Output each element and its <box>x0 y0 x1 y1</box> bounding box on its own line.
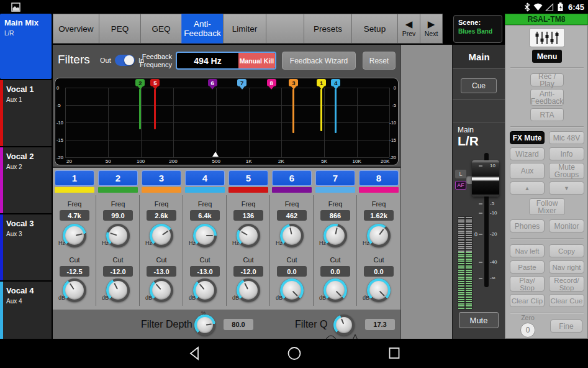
battery-charging-icon <box>556 2 564 12</box>
clear-clip-button[interactable]: Clear Clip <box>510 294 545 307</box>
feedback-wizard-button[interactable]: Feedback Wizard <box>282 52 356 70</box>
filter-4-select-button[interactable]: 4 <box>185 170 225 186</box>
filter-1-marker-pointer <box>319 86 324 90</box>
nav-right-button[interactable]: Nav right <box>549 260 584 274</box>
fx-mute-button[interactable]: FX Mute <box>510 131 545 144</box>
filter-depth-knob[interactable] <box>194 315 215 336</box>
feedback-frequency-value: 494 Hz <box>177 53 238 68</box>
mixer-view-button[interactable] <box>529 28 565 47</box>
filter-7-cut-knob[interactable] <box>323 278 347 302</box>
home-icon[interactable] <box>287 346 302 361</box>
feedback-filter-graph[interactable]: 20501002005001K2K5K10K20K00-5-5-10-10-15… <box>55 78 399 165</box>
filter-6-freq-knob[interactable] <box>280 224 304 247</box>
up-arrow-button[interactable]: ▲ <box>510 182 545 195</box>
filter-1-select-button[interactable]: 1 <box>55 170 94 186</box>
wizard-button[interactable]: Wizard <box>510 147 545 160</box>
divider <box>453 99 505 100</box>
freq-label: Freq <box>227 200 270 208</box>
mute-button[interactable]: Mute <box>459 312 499 328</box>
aux-button[interactable]: Aux <box>510 163 545 179</box>
rta-button[interactable]: RTA <box>530 108 564 121</box>
filter-q-knob[interactable] <box>333 315 355 336</box>
filter-6-marker[interactable]: 6 <box>208 79 217 86</box>
cue-button[interactable]: Cue <box>461 78 497 93</box>
filter-3-select-button[interactable]: 3 <box>142 170 181 186</box>
fine-button[interactable]: Fine <box>550 320 582 333</box>
filter-4-cut-line <box>335 89 337 133</box>
scene-box[interactable]: Scene: Blues Band <box>453 15 502 43</box>
down-arrow-button[interactable]: ▼ <box>549 182 584 195</box>
tab-limiter[interactable]: Limiter <box>223 14 266 44</box>
info-button[interactable]: Info <box>549 147 584 160</box>
follow-mixer-button[interactable]: Follow Mixer <box>529 198 565 215</box>
filter-1-cut-knob[interactable] <box>63 278 86 302</box>
filter-4-cut-knob[interactable] <box>193 278 217 302</box>
tab-setup[interactable]: Setup <box>351 14 398 44</box>
filter-1-marker[interactable]: 1 <box>317 79 326 86</box>
y-tick-label: 0 <box>394 85 396 91</box>
filter-strip-2: 2Freq99.0HzCut-12.0dB <box>96 168 140 308</box>
recents-icon[interactable] <box>387 346 401 361</box>
bluetooth-icon <box>523 2 531 12</box>
back-icon[interactable] <box>188 346 202 361</box>
tab-overview[interactable]: Overview <box>53 14 99 44</box>
sidebar-channel-vocal-2[interactable]: Vocal 2Aux 2 <box>0 147 52 213</box>
filter-6-cut-knob[interactable] <box>280 278 304 302</box>
filter-6-marker-pointer <box>210 86 215 90</box>
anti-feedback-button[interactable]: Anti- Feedback <box>530 89 564 106</box>
record-stop-button[interactable]: Record/ Stop <box>549 276 584 292</box>
tab-next[interactable]: ▶Next <box>420 14 443 44</box>
filter-5-cut-knob[interactable] <box>237 278 260 302</box>
filter-2-cut-line <box>139 89 141 129</box>
filter-2-cut-knob[interactable] <box>106 278 130 302</box>
filter-7-freq-knob[interactable] <box>323 224 347 247</box>
sidebar-channel-vocal-1[interactable]: Vocal 1Aux 1 <box>0 80 52 146</box>
copy-button[interactable]: Copy <box>549 244 584 257</box>
filter-6-freq-value: 462 <box>277 210 307 221</box>
filter-4-freq-knob[interactable] <box>193 224 217 247</box>
clear-cue-button[interactable]: Clear Cue <box>549 294 584 307</box>
filter-8-cut-knob[interactable] <box>367 278 391 302</box>
filter-3-freq-knob[interactable] <box>150 224 173 247</box>
filter-strip-panel: 1Freq4.7kHzCut-12.5dB2Freq99.0HzCut-12.0… <box>53 167 400 308</box>
monitor-button[interactable]: Monitor <box>549 219 584 232</box>
menu-button[interactable]: Menu <box>532 50 562 63</box>
filter-2-marker[interactable]: 2 <box>135 79 145 86</box>
filter-3-marker[interactable]: 3 <box>289 79 298 86</box>
paste-button[interactable]: Paste <box>510 260 545 274</box>
zero-button[interactable]: 0 <box>520 323 535 338</box>
filter-8-marker[interactable]: 8 <box>267 79 276 86</box>
tab-peq[interactable]: PEQ <box>99 14 141 44</box>
tab-anti-feedback[interactable]: Anti- Feedback <box>181 14 224 44</box>
filter-3-cut-knob[interactable] <box>150 278 173 302</box>
manual-kill-button[interactable]: Manual Kill <box>238 53 275 68</box>
phones-button[interactable]: Phones <box>510 219 545 232</box>
filter-5-select-button[interactable]: 5 <box>228 170 268 186</box>
filter-6-select-button[interactable]: 6 <box>272 170 312 186</box>
y-tick-label: -10 <box>57 120 63 126</box>
tab-prev[interactable]: ◀Prev <box>397 14 420 44</box>
filter-1-freq-knob[interactable] <box>63 224 86 247</box>
filter-7-marker[interactable]: 7 <box>237 79 247 86</box>
filter-4-marker[interactable]: 4 <box>331 79 340 86</box>
rec-play-button[interactable]: Rec / Play <box>530 73 564 86</box>
sidebar-channel-vocal-3[interactable]: Vocal 3Aux 3 <box>0 214 52 280</box>
filter-8-freq-knob[interactable] <box>367 224 391 247</box>
nav-left-button[interactable]: Nav left <box>510 244 545 257</box>
filter-5-freq-knob[interactable] <box>237 224 260 247</box>
x-tick-label: 100 <box>137 159 145 164</box>
mic-48v-button[interactable]: Mic 48V <box>549 131 584 144</box>
reset-button[interactable]: Reset <box>363 52 396 70</box>
play-stop-button[interactable]: Play/ Stop <box>510 276 545 292</box>
filter-2-select-button[interactable]: 2 <box>98 170 138 186</box>
tab-blank[interactable] <box>266 14 304 44</box>
mute-groups-button[interactable]: Mute Groups <box>549 163 584 179</box>
tab-geq[interactable]: GEQ <box>140 14 182 44</box>
filter-7-select-button[interactable]: 7 <box>315 170 355 186</box>
filter-8-select-button[interactable]: 8 <box>359 170 399 186</box>
sidebar-channel-vocal-4[interactable]: Vocal 4Aux 4 <box>0 282 52 339</box>
sidebar-channel-main-mix[interactable]: Main MixL/R <box>0 14 52 79</box>
filter-5-marker[interactable]: 5 <box>150 79 160 86</box>
tab-presets[interactable]: Presets <box>304 14 352 44</box>
filter-2-freq-knob[interactable] <box>106 224 130 247</box>
